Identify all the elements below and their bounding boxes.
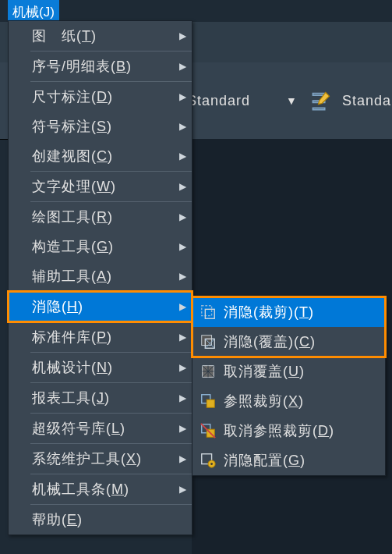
submenu-item-label: 参照裁剪(X) [224,392,385,410]
svg-rect-0 [202,306,212,316]
menu-item-label: 系统维护工具(X) [32,449,173,468]
submenu-arrow-icon: ▶ [173,453,192,464]
menu-item-label: 符号标注(S) [32,117,173,136]
style-combo-value-2[interactable]: Standa [342,93,391,109]
edit-style-icon[interactable] [309,89,333,112]
menu-item[interactable]: 消隐(H)▶ [9,292,192,321]
menu-item-label: 辅助工具(A) [32,267,173,286]
submenu-item-label: 消隐配置(G) [224,451,385,470]
menu-item-label: 文字处理(W) [32,177,173,196]
submenu-arrow-icon: ▶ [173,241,192,252]
submenu-arrow-icon: ▶ [173,392,192,403]
submenu-item[interactable]: 取消覆盖(U) [192,357,385,386]
menu-item-label: 超级符号库(L) [32,419,173,438]
hide-config-icon [197,449,219,471]
menu-item[interactable]: 符号标注(S)▶ [9,112,192,141]
menu-item[interactable]: 报表工具(J)▶ [9,383,192,413]
submenu-arrow-icon: ▶ [173,91,192,102]
menu-item[interactable]: 尺寸标注(D)▶ [9,82,192,112]
submenu-item-label: 取消参照裁剪(D) [224,421,385,440]
hide-trim-icon [197,301,219,323]
submenu-arrow-icon: ▶ [173,61,192,72]
submenu-item[interactable]: 消隐配置(G) [192,446,385,475]
menu-item[interactable]: 机械工具条(M)▶ [9,474,192,504]
submenu-arrow-icon: ▶ [173,362,192,373]
submenu-item-label: 消隐(覆盖)(C) [224,332,385,351]
menu-item[interactable]: 标准件库(P)▶ [9,322,192,352]
style-combo-value[interactable]: Standard [187,93,250,109]
svg-rect-1 [205,309,214,318]
menu-item-label: 机械工具条(M) [32,480,173,499]
menu-item[interactable]: 图 纸(T)▶ [9,21,192,51]
submenu-arrow-icon: ▶ [173,211,192,222]
menu-item-label: 消隐(H) [32,297,173,316]
menu-item[interactable]: 系统维护工具(X)▶ [9,444,192,474]
menu-item-label: 创建视图(C) [32,147,173,165]
svg-point-11 [210,463,213,465]
submenu-hide: 消隐(裁剪)(T)消隐(覆盖)(C)取消覆盖(U)参照裁剪(X)取消参照裁剪(D… [192,297,386,476]
menu-item-label: 机械设计(N) [32,358,173,377]
menu-item[interactable]: 构造工具(G)▶ [9,232,192,261]
menu-item-label: 图 纸(T) [32,27,173,45]
submenu-arrow-icon: ▶ [173,30,192,41]
submenu-item[interactable]: 消隐(覆盖)(C) [192,327,385,357]
submenu-arrow-icon: ▶ [173,301,192,312]
submenu-arrow-icon: ▶ [173,332,192,343]
menu-item[interactable]: 文字处理(W)▶ [9,172,192,201]
menu-item[interactable]: 超级符号库(L)▶ [9,414,192,443]
submenu-arrow-icon: ▶ [173,423,192,434]
submenu-arrow-icon: ▶ [173,181,192,192]
menu-item-label: 绘图工具(R) [32,208,173,226]
svg-rect-6 [207,400,214,407]
menu-item[interactable]: 绘图工具(R)▶ [9,202,192,232]
menu-item-label: 序号/明细表(B) [32,57,173,76]
submenu-arrow-icon: ▶ [173,484,192,495]
ref-trim-icon [197,390,219,412]
submenu-item-label: 取消覆盖(U) [224,362,385,381]
menu-item-label: 帮助(E) [32,510,173,529]
menu-item[interactable]: 辅助工具(A)▶ [9,261,192,291]
menu-item-label: 构造工具(G) [32,237,173,256]
menu-item[interactable]: 序号/明细表(B)▶ [9,51,192,81]
cancel-ref-trim-icon [197,420,219,442]
style-combo-group: Standard ▼ Standa [187,89,391,112]
main-menu: 图 纸(T)▶序号/明细表(B)▶尺寸标注(D)▶符号标注(S)▶创建视图(C)… [8,20,192,535]
menu-item-label: 报表工具(J) [32,389,173,407]
menu-item[interactable]: 创建视图(C)▶ [9,141,192,171]
submenu-item[interactable]: 取消参照裁剪(D) [192,416,385,446]
hide-cover-icon [197,331,219,353]
submenu-arrow-icon: ▶ [173,271,192,282]
submenu-arrow-icon: ▶ [173,151,192,162]
menu-trigger-label: 机械(J) [12,3,55,21]
menu-item[interactable]: 机械设计(N)▶ [9,353,192,382]
menu-item-label: 尺寸标注(D) [32,87,173,106]
submenu-arrow-icon: ▶ [173,121,192,132]
chevron-down-icon[interactable]: ▼ [286,94,297,107]
menu-item-label: 标准件库(P) [32,328,173,346]
submenu-item[interactable]: 参照裁剪(X) [192,386,385,416]
uncover-icon [197,360,219,382]
submenu-item-label: 消隐(裁剪)(T) [224,303,385,321]
submenu-item[interactable]: 消隐(裁剪)(T) [192,297,385,327]
menu-item[interactable]: 帮助(E) [9,505,192,534]
